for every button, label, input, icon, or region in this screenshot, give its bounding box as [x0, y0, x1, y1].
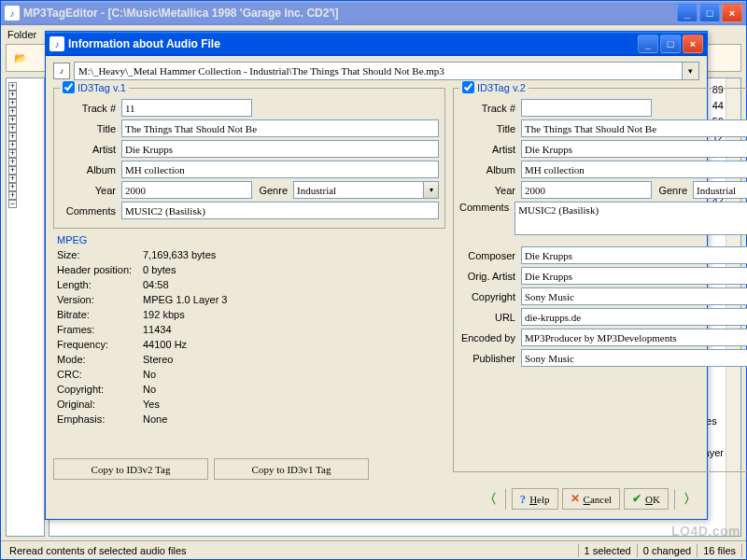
- ok-icon: ✔: [632, 492, 641, 506]
- dialog-maximize-button[interactable]: □: [660, 35, 681, 53]
- mpeg-value: No: [143, 368, 442, 382]
- dialog-close-button[interactable]: ×: [683, 35, 703, 53]
- label-title: Title: [459, 123, 521, 134]
- main-maximize-button[interactable]: □: [699, 4, 720, 22]
- filepath-dropdown-button[interactable]: ▾: [683, 62, 699, 80]
- mpeg-value: 11434: [143, 323, 442, 337]
- status-changed: 0 changed: [637, 544, 698, 557]
- filepath-input[interactable]: [74, 62, 683, 80]
- mpeg-label: Version:: [57, 293, 143, 307]
- mpeg-value: Yes: [143, 398, 442, 412]
- id3v1-comments-input[interactable]: [121, 202, 439, 219]
- mpeg-label: Frequency:: [57, 338, 143, 352]
- dialog-minimize-button[interactable]: _: [638, 35, 658, 53]
- id3v1-genre-dropdown[interactable]: ▾: [424, 181, 439, 199]
- label-genre: Genre: [652, 185, 693, 196]
- label-track: Track #: [60, 103, 121, 114]
- label-track: Track #: [459, 103, 521, 114]
- id3v1-title-input[interactable]: [121, 119, 439, 137]
- copy-to-id3v1-button[interactable]: Copy to ID3v1 Tag: [214, 458, 369, 480]
- status-message: Reread contents of selected audio files: [4, 544, 579, 557]
- label-year: Year: [60, 185, 121, 196]
- mpeg-label: Copyright:: [57, 383, 143, 397]
- id3v2-artist-input[interactable]: [521, 140, 747, 158]
- label-copyright: Copyright: [459, 291, 521, 302]
- mpeg-value: No: [143, 383, 442, 397]
- folder-open-icon[interactable]: 📂: [10, 48, 31, 68]
- id3v1-checkbox[interactable]: [63, 81, 75, 93]
- cancel-button[interactable]: ✕Cancel: [562, 488, 621, 510]
- label-comments: Comments: [459, 202, 514, 213]
- mpeg-value: 0 bytes: [143, 263, 442, 277]
- mpeg-label: Size:: [57, 248, 143, 262]
- id3v2-group: ID3Tag v.2 Track # Title Artist Album Ye…: [453, 88, 747, 472]
- mpeg-value: 7,169,633 bytes: [143, 248, 442, 262]
- mpeg-label: CRC:: [57, 368, 143, 382]
- folder-tree[interactable]: + + + + + + + + + + + + + + −: [6, 77, 45, 537]
- main-minimize-button[interactable]: _: [677, 4, 698, 22]
- mpeg-value: 192 kbps: [143, 308, 442, 322]
- id3v2-encoded-by-input[interactable]: [521, 329, 747, 346]
- dialog-icon: ♪: [49, 36, 64, 51]
- id3v2-genre-input[interactable]: [693, 181, 747, 199]
- mpeg-value: None: [143, 413, 442, 427]
- help-button[interactable]: ?HHelpelp: [512, 488, 558, 510]
- id3v1-artist-input[interactable]: [121, 140, 439, 158]
- id3v2-comments-input[interactable]: [514, 202, 747, 235]
- id3v2-composer-input[interactable]: [521, 246, 747, 264]
- id3v2-legend: ID3Tag v.2: [477, 82, 526, 93]
- mpeg-label: Emphasis:: [57, 413, 143, 427]
- next-file-button[interactable]: 〉: [681, 488, 699, 510]
- id3v1-track-input[interactable]: [121, 99, 252, 117]
- id3v2-copyright-input[interactable]: [521, 287, 747, 305]
- mpeg-value: MPEG 1.0 Layer 3: [143, 293, 442, 307]
- id3v2-title-input[interactable]: [521, 119, 747, 137]
- id3v1-year-input[interactable]: [121, 181, 252, 199]
- id3v2-orig-artist-input[interactable]: [521, 267, 747, 285]
- id3v1-legend: ID3Tag v.1: [78, 82, 126, 93]
- mpeg-label: Mode:: [57, 353, 143, 367]
- mpeg-info: MPEG Size:7,169,633 bytesHeader position…: [53, 234, 445, 427]
- id3v1-group: ID3Tag v.1 Track # Title Artist Album Ye…: [53, 88, 445, 229]
- tree-item[interactable]: −: [8, 200, 42, 208]
- id3v2-publisher-input[interactable]: [521, 349, 747, 367]
- id3v2-year-input[interactable]: [521, 181, 652, 199]
- dialog-titlebar: ♪ Information about Audio File _ □ ×: [46, 32, 707, 56]
- mpeg-label: Frames:: [57, 323, 143, 337]
- main-titlebar: ♪ MP3TagEditor - [C:\Music\Metallica 199…: [1, 1, 746, 25]
- id3v2-url-input[interactable]: [521, 308, 747, 326]
- mpeg-value: Stereo: [143, 353, 442, 367]
- mpeg-label: Bitrate:: [57, 308, 143, 322]
- label-artist: Artist: [459, 144, 521, 155]
- folder-label: Folder: [7, 29, 36, 40]
- id3v2-checkbox[interactable]: [462, 81, 474, 93]
- id3v2-track-input[interactable]: [521, 99, 652, 117]
- label-url: URL: [459, 312, 521, 323]
- copy-to-id3v2-button[interactable]: Copy to ID3v2 Tag: [53, 458, 208, 480]
- label-encoded-by: Encoded by: [459, 332, 521, 343]
- app-icon: ♪: [5, 6, 20, 21]
- id3v1-album-input[interactable]: [121, 161, 439, 178]
- mpeg-heading: MPEG: [57, 234, 445, 245]
- main-close-button[interactable]: ×: [722, 4, 742, 22]
- cancel-icon: ✕: [571, 492, 580, 506]
- mpeg-value: 04:58: [143, 278, 442, 292]
- label-year: Year: [459, 185, 521, 196]
- label-publisher: Publisher: [459, 353, 521, 364]
- label-genre: Genre: [252, 185, 293, 196]
- mpeg-value: 44100 Hz: [143, 338, 442, 352]
- mpeg-label: Original:: [57, 398, 143, 412]
- prev-file-button[interactable]: 〈: [481, 488, 500, 510]
- ok-button[interactable]: ✔OK: [624, 488, 669, 510]
- mpeg-label: Length:: [57, 278, 143, 292]
- label-album: Album: [459, 164, 521, 175]
- label-title: Title: [60, 123, 121, 134]
- id3v2-album-input[interactable]: [521, 161, 747, 178]
- label-artist: Artist: [60, 144, 121, 155]
- mpeg-label: Header position:: [57, 263, 143, 277]
- collapse-icon[interactable]: −: [8, 200, 17, 208]
- status-bar: Reread contents of selected audio files …: [1, 540, 746, 559]
- tree-item[interactable]: [8, 208, 42, 225]
- label-orig-artist: Orig. Artist: [459, 271, 521, 282]
- id3v1-genre-input[interactable]: [293, 181, 424, 199]
